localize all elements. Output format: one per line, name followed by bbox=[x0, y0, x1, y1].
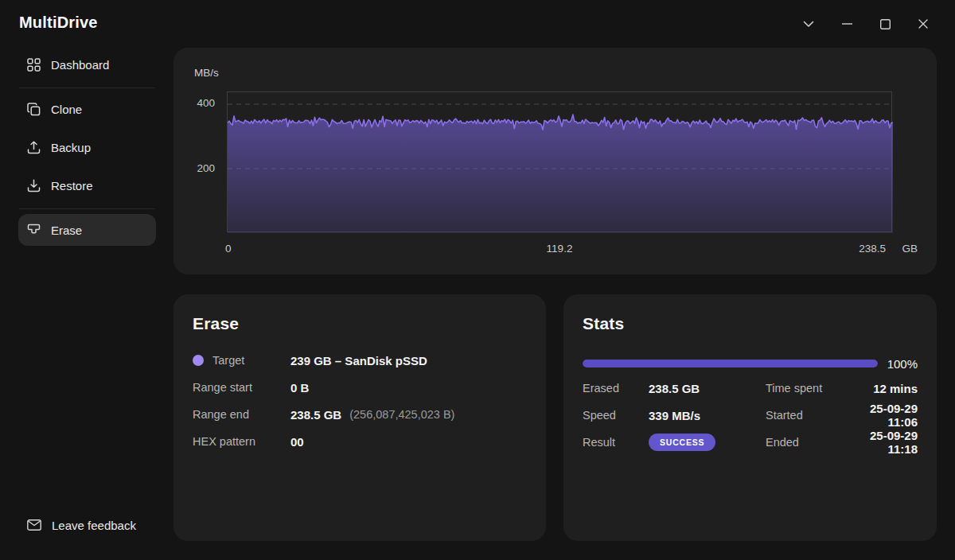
sidebar-item-label: Restore bbox=[51, 179, 93, 192]
sidebar-item-label: Erase bbox=[51, 224, 82, 237]
sidebar-item-clone[interactable]: Clone bbox=[18, 93, 156, 125]
stat-row-started: Started 25-09-29 11:06 bbox=[766, 402, 918, 429]
range-start-value: 0 B bbox=[290, 381, 309, 395]
y-tick-200: 200 bbox=[183, 162, 215, 174]
stat-row-erased: Erased 238.5 GB bbox=[583, 375, 766, 402]
x-tick-end: 238.5 bbox=[838, 243, 886, 255]
envelope-icon bbox=[27, 519, 41, 531]
sidebar-item-erase[interactable]: Erase bbox=[18, 214, 156, 246]
erase-card-title: Erase bbox=[193, 314, 527, 333]
minimize-button[interactable] bbox=[828, 11, 866, 37]
x-tick-0: 0 bbox=[225, 243, 241, 255]
copy-icon bbox=[27, 103, 41, 116]
range-end-label: Range end bbox=[193, 408, 290, 421]
stats-card-title: Stats bbox=[583, 314, 918, 333]
window-menu-button[interactable] bbox=[789, 11, 828, 37]
erase-card: Erase Target 239 GB – SanDisk pSSD Range… bbox=[173, 294, 546, 541]
stat-row-ended: Ended 25-09-29 11:18 bbox=[766, 429, 918, 456]
speed-chart-plot bbox=[227, 91, 892, 232]
range-start-label: Range start bbox=[193, 381, 290, 394]
hex-pattern-value: 00 bbox=[290, 435, 304, 449]
progress-percent: 100% bbox=[878, 357, 918, 371]
speed-value: 339 MB/s bbox=[649, 409, 700, 422]
hex-pattern-label: HEX pattern bbox=[193, 435, 290, 448]
started-value: 25-09-29 11:06 bbox=[837, 402, 918, 429]
upload-icon bbox=[27, 141, 41, 154]
y-tick-400: 400 bbox=[183, 97, 215, 109]
leave-feedback-label: Leave feedback bbox=[52, 519, 136, 532]
close-button[interactable] bbox=[904, 11, 942, 37]
download-icon bbox=[27, 179, 41, 192]
stat-row-time-spent: Time spent 12 mins bbox=[766, 375, 918, 402]
result-label: Result bbox=[583, 436, 649, 449]
progress-bar-fill bbox=[583, 360, 878, 368]
speed-chart-card: MB/s 400 200 0 119.2 238.5 GB bbox=[173, 48, 937, 274]
chevron-down-icon bbox=[803, 21, 814, 28]
speed-area-chart bbox=[228, 92, 893, 233]
target-drive-dot-icon bbox=[193, 355, 204, 366]
speed-label: Speed bbox=[583, 409, 649, 422]
sidebar-item-dashboard[interactable]: Dashboard bbox=[18, 49, 156, 80]
grid-icon bbox=[27, 58, 41, 72]
started-label: Started bbox=[766, 409, 837, 422]
progress-bar-track bbox=[583, 360, 878, 368]
erase-row-hex-pattern: HEX pattern 00 bbox=[193, 428, 527, 455]
window-controls bbox=[789, 11, 942, 37]
target-value: 239 GB – SanDisk pSSD bbox=[290, 354, 427, 368]
maximize-button[interactable] bbox=[866, 11, 904, 37]
chart-y-axis-unit: MB/s bbox=[194, 67, 219, 79]
titlebar: MultiDrive bbox=[0, 0, 955, 48]
time-spent-value: 12 mins bbox=[837, 382, 918, 395]
ended-label: Ended bbox=[766, 436, 837, 449]
erase-progress: 100% bbox=[583, 357, 918, 370]
brush-icon bbox=[27, 224, 41, 237]
stat-row-speed: Speed 339 MB/s bbox=[583, 402, 766, 429]
erase-row-range-end: Range end 238.5 GB (256,087,425,023 B) bbox=[193, 401, 527, 428]
target-label: Target bbox=[193, 354, 290, 367]
leave-feedback-button[interactable]: Leave feedback bbox=[18, 509, 156, 541]
sidebar-item-restore[interactable]: Restore bbox=[18, 169, 156, 201]
sidebar-item-label: Dashboard bbox=[51, 58, 109, 72]
app-title: MultiDrive bbox=[19, 14, 98, 32]
sidebar-item-label: Clone bbox=[51, 103, 82, 116]
erase-row-target: Target 239 GB – SanDisk pSSD bbox=[193, 347, 527, 374]
time-spent-label: Time spent bbox=[766, 382, 837, 395]
maximize-icon bbox=[880, 19, 891, 29]
stats-card: Stats 100% Erased 238.5 GB Speed 339 MB/… bbox=[563, 294, 937, 541]
erased-label: Erased bbox=[583, 382, 649, 395]
ended-value: 25-09-29 11:18 bbox=[837, 429, 918, 456]
sidebar-divider bbox=[19, 88, 154, 88]
erase-row-range-start: Range start 0 B bbox=[193, 374, 527, 401]
sidebar-item-backup[interactable]: Backup bbox=[18, 131, 156, 163]
close-icon bbox=[918, 19, 928, 29]
stat-row-result: Result SUCCESS bbox=[583, 429, 766, 456]
x-tick-mid: 119.2 bbox=[536, 243, 583, 255]
sidebar-item-label: Backup bbox=[51, 141, 91, 154]
minimize-icon bbox=[842, 23, 852, 25]
erased-value: 238.5 GB bbox=[649, 382, 700, 395]
sidebar-divider bbox=[19, 208, 154, 209]
success-badge: SUCCESS bbox=[649, 434, 715, 451]
x-axis-unit: GB bbox=[886, 243, 918, 255]
range-end-bytes: (256,087,425,023 B) bbox=[349, 408, 454, 421]
sidebar: Dashboard Clone Backup Restore Erase Lea… bbox=[0, 48, 173, 560]
range-end-value: 238.5 GB bbox=[290, 408, 341, 422]
